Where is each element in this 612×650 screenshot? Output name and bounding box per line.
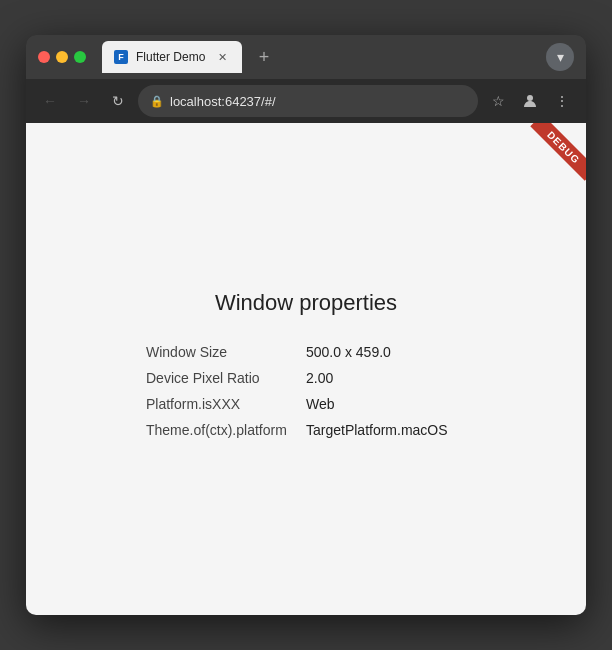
browser-window: F Flutter Demo ✕ + ▾ ← → ↻ 🔒 localhost:6…	[26, 35, 586, 615]
minimize-window-button[interactable]	[56, 51, 68, 63]
property-key: Theme.of(ctx).platform	[146, 422, 306, 438]
url-actions: ☆ ⋮	[484, 87, 576, 115]
table-row: Theme.of(ctx).platformTargetPlatform.mac…	[146, 422, 466, 438]
table-row: Platform.isXXXWeb	[146, 396, 466, 412]
url-text: localhost:64237/#/	[170, 94, 276, 109]
property-value: Web	[306, 396, 466, 412]
debug-banner: DEBUG	[516, 123, 586, 193]
profile-account-button[interactable]	[516, 87, 544, 115]
back-button[interactable]: ←	[36, 87, 64, 115]
page-content: Window properties Window Size500.0 x 459…	[146, 290, 466, 448]
new-tab-button[interactable]: +	[250, 43, 278, 71]
url-bar[interactable]: 🔒 localhost:64237/#/	[138, 85, 478, 117]
tab-area: F Flutter Demo ✕ +	[102, 41, 538, 73]
property-key: Device Pixel Ratio	[146, 370, 306, 386]
tab-actions: ▾	[546, 43, 574, 71]
title-bar: F Flutter Demo ✕ + ▾	[26, 35, 586, 79]
tab-favicon-icon: F	[114, 50, 128, 64]
property-value: 500.0 x 459.0	[306, 344, 466, 360]
lock-icon: 🔒	[150, 95, 164, 108]
profile-icon: ▾	[557, 49, 564, 65]
viewport: DEBUG Window properties Window Size500.0…	[26, 123, 586, 615]
traffic-lights	[38, 51, 86, 63]
reload-button[interactable]: ↻	[104, 87, 132, 115]
more-options-button[interactable]: ⋮	[548, 87, 576, 115]
property-value: 2.00	[306, 370, 466, 386]
svg-point-0	[527, 95, 533, 101]
tab-title: Flutter Demo	[136, 50, 206, 64]
property-key: Platform.isXXX	[146, 396, 306, 412]
property-value: TargetPlatform.macOS	[306, 422, 466, 438]
properties-table: Window Size500.0 x 459.0Device Pixel Rat…	[146, 344, 466, 438]
bookmark-button[interactable]: ☆	[484, 87, 512, 115]
profile-button[interactable]: ▾	[546, 43, 574, 71]
forward-button[interactable]: →	[70, 87, 98, 115]
page-title: Window properties	[146, 290, 466, 316]
active-tab[interactable]: F Flutter Demo ✕	[102, 41, 242, 73]
table-row: Window Size500.0 x 459.0	[146, 344, 466, 360]
table-row: Device Pixel Ratio2.00	[146, 370, 466, 386]
account-icon	[522, 93, 538, 109]
address-bar: ← → ↻ 🔒 localhost:64237/#/ ☆ ⋮	[26, 79, 586, 123]
debug-label: DEBUG	[530, 123, 586, 181]
close-window-button[interactable]	[38, 51, 50, 63]
maximize-window-button[interactable]	[74, 51, 86, 63]
tab-close-button[interactable]: ✕	[214, 49, 230, 65]
property-key: Window Size	[146, 344, 306, 360]
